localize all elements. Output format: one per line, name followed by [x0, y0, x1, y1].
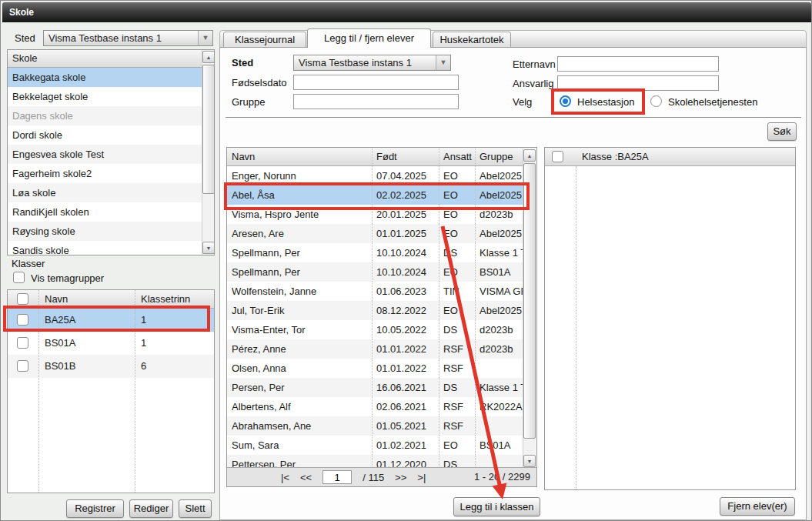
school-list-item[interactable]: Røysing skole [8, 222, 202, 241]
school-scrollbar-thumb[interactable] [202, 65, 215, 194]
student-row[interactable]: Persen, Per16.06.2021DSKlasse 1 T [227, 378, 523, 397]
school-list-item[interactable]: Bekkelaget skole [8, 87, 202, 106]
school-list-item[interactable]: Dordi skole [8, 125, 202, 145]
student-cell-ansatt: EO [439, 262, 473, 282]
students-col-ansatt[interactable]: Ansatt [439, 148, 473, 165]
page-number-input[interactable] [322, 470, 352, 484]
student-cell-navn: Visma-Enter, Tor [232, 320, 370, 339]
fjern-elever-button[interactable]: Fjern elev(er) [720, 497, 795, 516]
vis-temagrupper-checkbox[interactable] [13, 272, 25, 283]
school-list-item[interactable]: Dagens skole [8, 106, 202, 125]
students-col-navn[interactable]: Navn [232, 148, 370, 165]
student-cell-fodt: 01.05.2021 [372, 416, 437, 436]
tab-legg-til-fjern-elever[interactable]: Legg til / fjern elever [307, 28, 431, 48]
school-list-item[interactable]: Sandis skole [8, 241, 202, 255]
student-row[interactable]: Visma-Enter, Tor10.05.2022DSd2023b [227, 320, 523, 339]
student-cell-navn: Abrahamsen, Ane [232, 416, 370, 436]
students-table-header: Navn Født Ansatt Gruppe [227, 148, 523, 166]
student-cell-fodt: 10.10.2024 [372, 243, 437, 262]
student-cell-gruppe [475, 416, 523, 436]
student-row[interactable]: Abrahamsen, Ane01.05.2021RSF [227, 416, 523, 436]
student-cell-navn: Sum, Sara [232, 436, 370, 455]
student-cell-navn: Aresen, Are [232, 224, 370, 243]
school-list-item[interactable]: RandiKjell skolen [8, 202, 202, 222]
class-row-klassetrinn: 6 [141, 355, 146, 378]
class-col-navn: Navn [45, 290, 68, 309]
pagination-bar: |< << / 115 >> >| 1 - 20 / 2299 [227, 467, 536, 486]
student-row[interactable]: Enger, Norunn07.04.2025EOAbel2025 [227, 166, 523, 185]
chevron-down-icon[interactable]: ▼ [436, 55, 450, 70]
slett-button[interactable]: Slett [179, 499, 212, 518]
student-cell-gruppe: d2023b [475, 320, 523, 339]
student-cell-fodt: 08.12.2022 [372, 301, 437, 320]
student-row[interactable]: Aresen, Are01.01.2025EOAbel2025 [227, 224, 523, 243]
tab-klassejournal[interactable]: Klassejournal [223, 32, 306, 48]
class-row-checkbox[interactable] [17, 360, 28, 372]
scroll-up-icon[interactable]: ▲ [202, 51, 215, 63]
students-col-gruppe[interactable]: Gruppe [475, 148, 523, 165]
student-row[interactable]: Albertens, Alf02.06.2021RSFRK2022A [227, 397, 523, 416]
page-first-button[interactable]: |< [281, 472, 289, 483]
scroll-up-icon[interactable]: ▲ [523, 149, 536, 162]
student-row[interactable]: Jul, Tor-Erik08.12.2022EOAbel2025 [227, 301, 523, 320]
page-next-button[interactable]: >> [395, 472, 406, 483]
school-list-item[interactable]: Fagerheim skole2 [8, 164, 202, 183]
sted-dropdown-left[interactable]: Visma Testbase instans 1 ▼ [43, 30, 213, 46]
student-cell-gruppe: Abel2025 [475, 166, 523, 185]
student-cell-navn: Abel, Åsa [232, 185, 370, 205]
sok-button[interactable]: Søk [767, 122, 797, 141]
students-scrollbar-thumb[interactable] [523, 163, 536, 439]
helsestasjon-radio-label[interactable]: Helsestasjon [577, 96, 634, 108]
class-row-checkbox[interactable] [17, 314, 28, 326]
gruppe-input[interactable] [293, 94, 459, 109]
student-row[interactable]: Olsen, Anna01.01.2022RSF [227, 359, 523, 378]
tab-huskekartotek[interactable]: Huskekartotek [433, 32, 511, 48]
student-cell-gruppe: Abel2025 [475, 301, 523, 320]
ansvarlig-input[interactable] [557, 75, 719, 91]
window-titlebar: Skole [2, 2, 811, 22]
student-row[interactable]: Pérez, Anne01.01.2022RSFd2023b [227, 339, 523, 359]
student-row[interactable]: Sum, Sara01.02.2021EOBS01A [227, 436, 523, 455]
student-cell-gruppe [475, 359, 523, 378]
student-row[interactable]: Spellmann, Per10.10.2024EOBS01A [227, 262, 523, 282]
student-cell-ansatt: RSF [439, 416, 473, 436]
skolehelsetjenesten-radio-label[interactable]: Skolehelsetjenesten [668, 96, 757, 108]
legg-til-i-klassen-button[interactable]: Legg til i klassen [453, 497, 540, 516]
class-row-navn: BA25A [45, 309, 75, 332]
student-cell-fodt: 02.02.2025 [372, 185, 437, 205]
student-cell-navn: Spellmann, Per [232, 243, 370, 262]
student-cell-fodt: 20.01.2025 [372, 205, 437, 224]
scroll-down-icon[interactable]: ▼ [202, 242, 215, 254]
student-cell-navn: Pérez, Anne [232, 339, 370, 359]
page-prev-button[interactable]: << [300, 472, 312, 483]
helsestasjon-radio[interactable] [560, 95, 571, 107]
school-list-item[interactable]: Bakkegata skole [8, 68, 202, 87]
students-scrollbar[interactable]: ▲ ▼ [523, 149, 536, 468]
student-cell-fodt: 01.01.2022 [372, 339, 437, 359]
etternavn-input[interactable] [557, 56, 719, 72]
page-last-button[interactable]: >| [417, 472, 426, 483]
student-cell-navn: Visma, Hspro Jente [232, 205, 370, 224]
skolehelsetjenesten-radio[interactable] [650, 95, 662, 107]
school-list-item[interactable]: Engesvea skole Test [8, 145, 202, 164]
school-list-scrollbar[interactable]: ▲ ▼ [202, 50, 215, 255]
form-sted-dropdown[interactable]: Visma Testbase instans 1 ▼ [293, 55, 451, 71]
school-list-item[interactable]: Løa skole [8, 183, 202, 202]
students-col-fodt[interactable]: Født [372, 148, 437, 165]
rediger-button[interactable]: Rediger [129, 499, 173, 518]
class-row-checkbox[interactable] [17, 337, 28, 349]
student-cell-ansatt: EO [439, 301, 473, 320]
column-divider [38, 290, 39, 493]
student-row[interactable]: Spellmann, Per10.10.2024DSKlasse 1 T [227, 243, 523, 262]
student-row[interactable]: Abel, Åsa02.02.2025EOAbel2025 [227, 185, 523, 205]
students-table: Navn Født Ansatt Gruppe Enger, Norunn07.… [226, 147, 537, 487]
registrer-button[interactable]: Registrer [66, 499, 124, 518]
scroll-down-icon[interactable]: ▼ [523, 455, 536, 467]
class-select-all-checkbox[interactable] [17, 293, 28, 305]
chevron-down-icon[interactable]: ▼ [198, 31, 212, 45]
student-row[interactable]: Visma, Hspro Jente20.01.2025EOd2023b [227, 205, 523, 224]
student-row[interactable]: Wolfenstein, Janne01.06.2023TINVISMA GR [227, 282, 523, 301]
gruppe-label: Gruppe [232, 96, 265, 108]
fodselsdato-input[interactable] [293, 75, 459, 90]
class-members-select-all-checkbox[interactable] [552, 151, 563, 162]
